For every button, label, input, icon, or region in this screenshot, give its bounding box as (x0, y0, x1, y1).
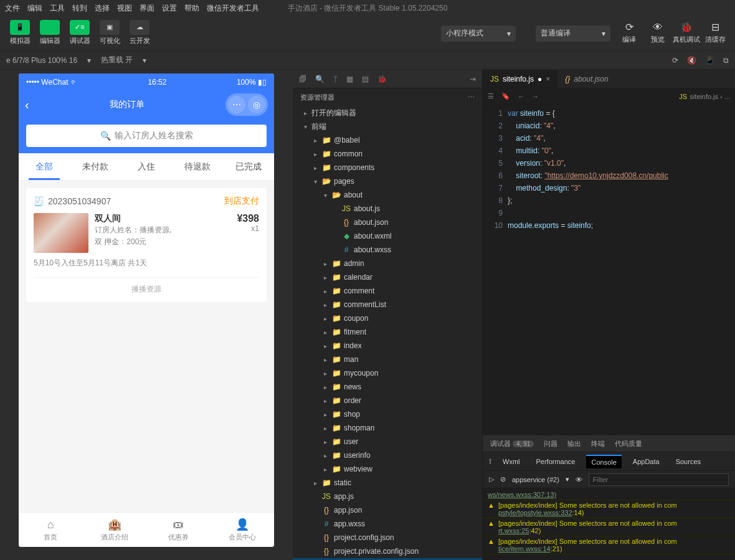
menu-界面[interactable]: 界面 (140, 4, 154, 12)
tree-static[interactable]: ▸📁static (293, 476, 482, 490)
dbg-tab-代码质量[interactable]: 代码质量 (615, 439, 642, 448)
tree-about.js[interactable]: JSabout.js (293, 202, 482, 216)
toolbar-云开发[interactable]: ☁云开发 (126, 19, 153, 49)
panel-icon[interactable]: ▤ (362, 75, 369, 83)
refresh-icon[interactable]: ⟳ (672, 56, 678, 65)
tree-shop[interactable]: ▸📁shop (293, 407, 482, 421)
tree-mycoupon[interactable]: ▸📁mycoupon (293, 366, 482, 380)
toolbar-模拟器[interactable]: 📱模拟器 (6, 19, 34, 49)
console-warning[interactable]: ▲[pages/index/index] Some selectors are … (483, 536, 735, 554)
tree-about.json[interactable]: {}about.json (293, 216, 482, 229)
compile-select[interactable]: 普通编译▾ (536, 26, 610, 42)
tree-section-open-editors[interactable]: ▸打开的编辑器 (293, 106, 482, 120)
panel-tab-Sources[interactable]: Sources (671, 455, 706, 468)
sidebar-toggle-icon[interactable]: ⇥ (470, 75, 476, 83)
panel-tab-Console[interactable]: Console (586, 455, 621, 468)
detach-icon[interactable]: ⧉ (723, 56, 729, 65)
menu-工具[interactable]: 工具 (50, 4, 65, 12)
debug-icon[interactable]: 🐞 (377, 75, 387, 83)
tree-@babel[interactable]: ▸📁@babel (293, 133, 482, 147)
menu-视图[interactable]: 视图 (117, 4, 132, 12)
menu-设置[interactable]: 设置 (162, 4, 177, 12)
tree-calendar[interactable]: ▸📁calendar (293, 270, 482, 284)
capsule-more-button[interactable]: ⋯ (228, 96, 245, 113)
editor-tab-about.json[interactable]: {}about.json (557, 70, 615, 88)
tabbar-首页[interactable]: ⌂首页 (19, 513, 83, 547)
tree-app.js[interactable]: JSapp.js (293, 490, 482, 503)
tree-fitment[interactable]: ▸📁fitment (293, 325, 482, 339)
close-icon[interactable]: × (546, 75, 550, 83)
breadcrumb[interactable]: siteinfo.js › ... (690, 93, 730, 100)
tree-commentList[interactable]: ▸📁commentList (293, 298, 482, 311)
capsule-close-button[interactable]: ◎ (248, 96, 265, 113)
tree-admin[interactable]: ▸📁admin (293, 257, 482, 270)
files-icon[interactable]: 🗐 (299, 75, 306, 83)
dbg-tab-问题[interactable]: 问题 (544, 439, 557, 448)
tree-news[interactable]: ▸📁news (293, 380, 482, 394)
tree-shopman[interactable]: ▸📁shopman (293, 421, 482, 435)
tabbar-优惠券[interactable]: 🎟优惠券 (146, 513, 211, 547)
search-icon[interactable]: 🔍 (315, 75, 325, 83)
grid-icon[interactable]: ▦ (346, 75, 353, 83)
tree-man[interactable]: ▸📁man (293, 353, 482, 366)
tree-about[interactable]: ▾📂about (293, 188, 482, 202)
dbg-tab-输出[interactable]: 输出 (567, 439, 581, 448)
nav-back-icon[interactable]: ← (518, 93, 524, 100)
tree-webview[interactable]: ▸📁webview (293, 462, 482, 476)
tree-app.wxss[interactable]: #app.wxss (293, 517, 482, 531)
eye-icon[interactable]: 👁 (576, 476, 582, 483)
panel-tab-Performance[interactable]: Performance (531, 455, 581, 468)
mode-select[interactable]: 小程序模式▾ (441, 26, 516, 42)
menu-微信开发者工具[interactable]: 微信开发者工具 (207, 4, 259, 12)
nav-fwd-icon[interactable]: → (532, 93, 539, 100)
order-tab-待退款[interactable]: 待退款 (172, 153, 223, 180)
search-input[interactable]: 🔍 输入订房人姓名搜索 (26, 125, 267, 147)
order-tab-已完成[interactable]: 已完成 (223, 153, 274, 180)
console-warning[interactable]: ▲[pages/index/index] Some selectors are … (483, 518, 735, 536)
clear-icon[interactable]: ⊘ (500, 475, 506, 483)
filter-input[interactable] (589, 473, 729, 486)
tree-comment[interactable]: ▸📁comment (293, 284, 482, 298)
tree-coupon[interactable]: ▸📁coupon (293, 311, 482, 325)
panel-tab-AppData[interactable]: AppData (628, 455, 665, 468)
back-button[interactable]: ‹ (25, 98, 29, 112)
toolbar-编辑器[interactable]: 编辑器 (36, 19, 64, 49)
tree-common[interactable]: ▸📁common (293, 147, 482, 161)
order-tab-全部[interactable]: 全部 (19, 153, 70, 180)
device-label[interactable]: e 6/7/8 Plus 100% 16 (6, 56, 77, 65)
tree-components[interactable]: ▸📁components (293, 161, 482, 174)
menu-选择[interactable]: 选择 (95, 4, 110, 12)
audio-off-icon[interactable]: 🔇 (687, 56, 696, 65)
menu-帮助[interactable]: 帮助 (184, 4, 199, 12)
order-tab-入住[interactable]: 入住 (121, 153, 172, 180)
tree-pages[interactable]: ▾📂pages (293, 174, 482, 188)
tree-section-root[interactable]: ▾前端 (293, 120, 482, 133)
tree-userinfo[interactable]: ▸📁userinfo (293, 448, 482, 462)
dbg-tab-终端[interactable]: 终端 (591, 439, 605, 448)
dbg-tab-调试器[interactable]: 调试器 4, 91 (490, 439, 534, 448)
toolbar-编译[interactable]: ⟳编译 (615, 19, 643, 49)
hotreload-label[interactable]: 热重载 开 (101, 55, 133, 65)
toolbar-可视化[interactable]: ▣可视化 (96, 19, 123, 49)
context-select[interactable]: appservice (#2) (512, 476, 559, 483)
order-card[interactable]: 🧾2023051034907 到店支付 双人间 订房人姓名：播播资源, 双 押金… (26, 188, 267, 302)
panel-tab-Wxml[interactable]: Wxml (498, 455, 525, 468)
bookmark-icon[interactable]: 🔖 (501, 92, 510, 100)
toolbar-清缓存[interactable]: ⊟清缓存 (701, 19, 729, 49)
toggle-panel-icon[interactable]: ☰ (488, 92, 494, 100)
device-icon[interactable]: 📱 (705, 56, 714, 65)
inspect-icon[interactable]: ⟟ (489, 457, 491, 465)
tree-app.json[interactable]: {}app.json (293, 503, 482, 517)
tree-about.wxml[interactable]: ◆about.wxml (293, 229, 482, 243)
order-tab-未付款[interactable]: 未付款 (70, 153, 121, 180)
branch-icon[interactable]: ᛘ (333, 75, 338, 83)
tree-project.config.json[interactable]: {}project.config.json (293, 531, 482, 544)
console-warning[interactable]: ▲[pages/index/index] Some selectors are … (483, 500, 735, 518)
tree-project.private.config.json[interactable]: {}project.private.config.json (293, 544, 482, 558)
menu-编辑[interactable]: 编辑 (27, 4, 42, 12)
tree-order[interactable]: ▸📁order (293, 394, 482, 407)
console-output[interactable]: ws/news.wxss:307:13)▲[pages/index/index]… (483, 488, 735, 560)
toolbar-预览[interactable]: 👁预览 (644, 19, 671, 49)
tree-about.wxss[interactable]: #about.wxss (293, 243, 482, 257)
more-icon[interactable]: ⋯ (468, 93, 475, 102)
